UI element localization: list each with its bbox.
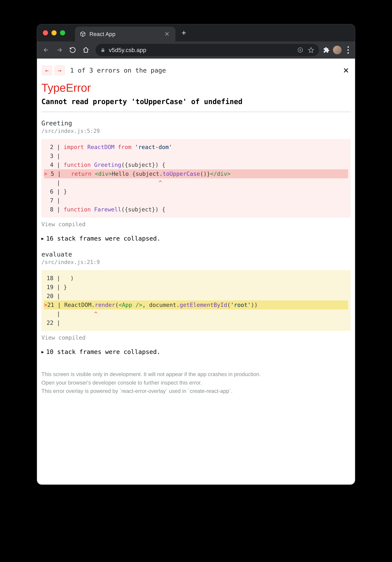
window-close-button[interactable]	[43, 30, 48, 35]
url-text: v5d5y.csb.app	[109, 47, 146, 53]
error-message: Cannot read property 'toUpperCase' of un…	[41, 97, 351, 112]
window-minimize-button[interactable]	[51, 30, 57, 35]
home-button[interactable]	[80, 45, 91, 56]
collapsed-frames-toggle[interactable]: ▶ 16 stack frames were collapsed.	[41, 235, 351, 242]
zoom-icon[interactable]	[297, 47, 303, 53]
collapsed-frames-text: 16 stack frames were collapsed.	[46, 235, 160, 242]
error-overlay-header: ← → 1 of 3 errors on the page ×	[37, 59, 355, 78]
triangle-right-icon: ▶	[41, 349, 44, 354]
browser-window: React App ✕ + v5d5y.csb.app	[37, 24, 355, 485]
footer-line: This error overlay is powered by `react-…	[41, 387, 351, 395]
collapsed-frames-text: 10 stack frames were collapsed.	[46, 348, 160, 355]
triangle-right-icon: ▶	[41, 236, 44, 241]
overlay-footer: This screen is visible only in developme…	[37, 364, 355, 395]
back-button[interactable]	[41, 45, 52, 56]
prev-error-button[interactable]: ←	[41, 65, 52, 75]
address-bar[interactable]: v5d5y.csb.app	[95, 44, 319, 56]
collapsed-frames-toggle[interactable]: ▶ 10 stack frames were collapsed.	[41, 348, 351, 355]
window-zoom-button[interactable]	[60, 30, 65, 35]
view-compiled-link[interactable]: View compiled	[41, 334, 351, 341]
browser-tab[interactable]: React App ✕	[75, 27, 175, 41]
reload-button[interactable]	[67, 45, 78, 56]
star-icon[interactable]	[308, 47, 314, 53]
toolbar: v5d5y.csb.app	[37, 41, 355, 59]
traffic-lights	[43, 30, 65, 35]
tab-title: React App	[89, 31, 160, 37]
footer-line: Open your browser's developer console to…	[41, 379, 351, 387]
titlebar: React App ✕ +	[37, 24, 355, 41]
extensions-icon[interactable]	[323, 47, 330, 53]
frame-location: /src/index.js:5:29	[41, 128, 351, 134]
new-tab-button[interactable]: +	[182, 28, 186, 37]
code-frame-error: 2 | import ReactDOM from 'react-dom' 3 |…	[41, 139, 351, 218]
error-counter: 1 of 3 errors on the page	[70, 67, 166, 74]
page-viewport: ← → 1 of 3 errors on the page × TypeErro…	[37, 59, 355, 485]
stack-frame: Greeting /src/index.js:5:29 2 | import R…	[41, 119, 351, 228]
code-frame-warning: 18 | ) 19 | } 20 | >21 | ReactDOM.render…	[41, 270, 351, 331]
frame-location: /src/index.js:21:9	[41, 259, 351, 265]
frame-function-name: Greeting	[41, 119, 351, 127]
stack-frame: evaluate /src/index.js:21:9 18 | ) 19 | …	[41, 251, 351, 341]
footer-line: This screen is visible only in developme…	[41, 370, 351, 378]
error-type: TypeError	[41, 81, 351, 94]
svg-rect-0	[102, 50, 104, 52]
profile-avatar[interactable]	[333, 46, 342, 54]
browser-menu-button[interactable]	[345, 46, 351, 54]
view-compiled-link[interactable]: View compiled	[41, 221, 351, 228]
lock-icon	[101, 47, 105, 52]
frame-function-name: evaluate	[41, 251, 351, 258]
favicon-icon	[80, 31, 86, 37]
forward-button[interactable]	[54, 45, 65, 56]
tab-close-icon[interactable]: ✕	[163, 31, 171, 38]
close-overlay-button[interactable]: ×	[341, 63, 351, 78]
next-error-button[interactable]: →	[54, 65, 65, 75]
